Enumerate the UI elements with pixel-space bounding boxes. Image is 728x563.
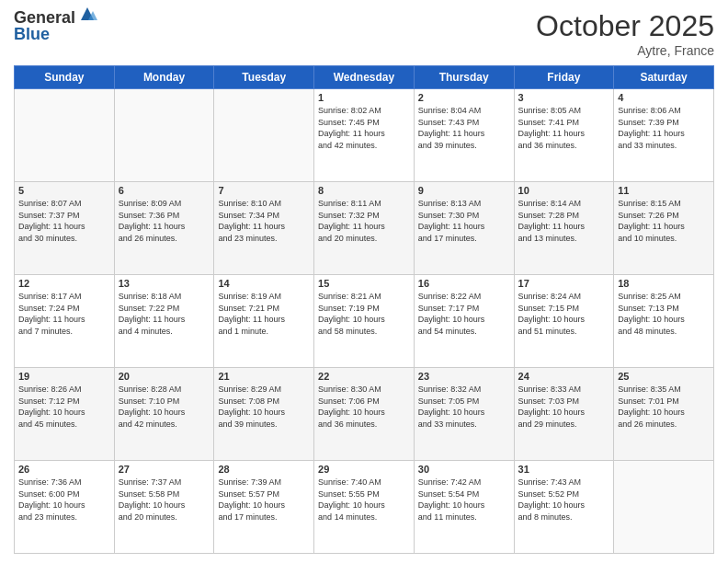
- calendar-week-1: 5Sunrise: 8:07 AM Sunset: 7:37 PM Daylig…: [15, 182, 714, 275]
- calendar-cell: 6Sunrise: 8:09 AM Sunset: 7:36 PM Daylig…: [114, 182, 214, 275]
- day-info: Sunrise: 8:32 AM Sunset: 7:05 PM Dayligh…: [418, 384, 510, 430]
- page: General Blue October 2025 Aytre, France …: [0, 0, 728, 563]
- calendar-cell: [614, 461, 714, 554]
- day-number: 17: [518, 278, 610, 289]
- day-info: Sunrise: 8:29 AM Sunset: 7:08 PM Dayligh…: [218, 384, 310, 430]
- logo: General Blue: [14, 9, 97, 42]
- day-number: 13: [119, 278, 210, 289]
- day-number: 15: [318, 278, 410, 289]
- calendar-cell: 9Sunrise: 8:13 AM Sunset: 7:30 PM Daylig…: [414, 182, 514, 275]
- calendar-cell: 16Sunrise: 8:22 AM Sunset: 7:17 PM Dayli…: [414, 275, 514, 368]
- calendar-cell: 14Sunrise: 8:19 AM Sunset: 7:21 PM Dayli…: [214, 275, 314, 368]
- dow-header-saturday: Saturday: [614, 66, 714, 89]
- day-number: 14: [218, 278, 310, 289]
- calendar-cell: 11Sunrise: 8:15 AM Sunset: 7:26 PM Dayli…: [614, 182, 714, 275]
- calendar-cell: 24Sunrise: 8:33 AM Sunset: 7:03 PM Dayli…: [514, 368, 614, 461]
- day-number: 25: [618, 371, 710, 382]
- logo-text: General Blue: [14, 9, 97, 42]
- dow-header-monday: Monday: [114, 66, 214, 89]
- calendar-week-2: 12Sunrise: 8:17 AM Sunset: 7:24 PM Dayli…: [15, 275, 714, 368]
- calendar-cell: 31Sunrise: 7:43 AM Sunset: 5:52 PM Dayli…: [514, 461, 614, 554]
- day-info: Sunrise: 8:35 AM Sunset: 7:01 PM Dayligh…: [618, 384, 710, 430]
- calendar-cell: 4Sunrise: 8:06 AM Sunset: 7:39 PM Daylig…: [614, 89, 714, 182]
- day-info: Sunrise: 8:17 AM Sunset: 7:24 PM Dayligh…: [18, 291, 110, 337]
- day-info: Sunrise: 8:04 AM Sunset: 7:43 PM Dayligh…: [418, 105, 510, 151]
- day-number: 11: [618, 185, 710, 196]
- day-info: Sunrise: 8:24 AM Sunset: 7:15 PM Dayligh…: [518, 291, 610, 337]
- calendar-cell: 29Sunrise: 7:40 AM Sunset: 5:55 PM Dayli…: [314, 461, 415, 554]
- dow-header-wednesday: Wednesday: [314, 66, 415, 89]
- calendar-cell: 28Sunrise: 7:39 AM Sunset: 5:57 PM Dayli…: [214, 461, 314, 554]
- day-number: 1: [318, 92, 410, 103]
- day-info: Sunrise: 8:33 AM Sunset: 7:03 PM Dayligh…: [518, 384, 610, 430]
- calendar-cell: 7Sunrise: 8:10 AM Sunset: 7:34 PM Daylig…: [214, 182, 314, 275]
- dow-header-tuesday: Tuesday: [214, 66, 314, 89]
- day-number: 21: [218, 371, 310, 382]
- day-number: 27: [119, 464, 210, 475]
- day-info: Sunrise: 7:37 AM Sunset: 5:58 PM Dayligh…: [119, 477, 210, 523]
- dow-header-thursday: Thursday: [414, 66, 514, 89]
- calendar-cell: 19Sunrise: 8:26 AM Sunset: 7:12 PM Dayli…: [15, 368, 115, 461]
- day-info: Sunrise: 8:05 AM Sunset: 7:41 PM Dayligh…: [518, 105, 610, 151]
- calendar-cell: 21Sunrise: 8:29 AM Sunset: 7:08 PM Dayli…: [214, 368, 314, 461]
- day-number: 31: [518, 464, 610, 475]
- month-title: October 2025: [536, 9, 714, 43]
- location: Aytre, France: [536, 43, 714, 58]
- day-number: 3: [518, 92, 610, 103]
- calendar-week-4: 26Sunrise: 7:36 AM Sunset: 6:00 PM Dayli…: [15, 461, 714, 554]
- calendar-cell: 8Sunrise: 8:11 AM Sunset: 7:32 PM Daylig…: [314, 182, 415, 275]
- day-info: Sunrise: 8:30 AM Sunset: 7:06 PM Dayligh…: [318, 384, 410, 430]
- calendar-table: SundayMondayTuesdayWednesdayThursdayFrid…: [14, 65, 714, 554]
- day-info: Sunrise: 7:42 AM Sunset: 5:54 PM Dayligh…: [418, 477, 510, 523]
- day-number: 4: [618, 92, 710, 103]
- title-section: October 2025 Aytre, France: [536, 9, 714, 58]
- calendar-cell: 23Sunrise: 8:32 AM Sunset: 7:05 PM Dayli…: [414, 368, 514, 461]
- calendar-week-0: 1Sunrise: 8:02 AM Sunset: 7:45 PM Daylig…: [15, 89, 714, 182]
- calendar-cell: 20Sunrise: 8:28 AM Sunset: 7:10 PM Dayli…: [114, 368, 214, 461]
- day-info: Sunrise: 8:11 AM Sunset: 7:32 PM Dayligh…: [318, 198, 410, 244]
- day-info: Sunrise: 8:19 AM Sunset: 7:21 PM Dayligh…: [218, 291, 310, 337]
- logo-general: General: [14, 9, 75, 26]
- day-number: 26: [18, 464, 110, 475]
- calendar-cell: 25Sunrise: 8:35 AM Sunset: 7:01 PM Dayli…: [614, 368, 714, 461]
- day-info: Sunrise: 8:28 AM Sunset: 7:10 PM Dayligh…: [119, 384, 210, 430]
- calendar-cell: 3Sunrise: 8:05 AM Sunset: 7:41 PM Daylig…: [514, 89, 614, 182]
- day-number: 24: [518, 371, 610, 382]
- day-number: 18: [618, 278, 710, 289]
- calendar-cell: 26Sunrise: 7:36 AM Sunset: 6:00 PM Dayli…: [15, 461, 115, 554]
- day-of-week-row: SundayMondayTuesdayWednesdayThursdayFrid…: [15, 66, 714, 89]
- header: General Blue October 2025 Aytre, France: [14, 9, 714, 58]
- day-number: 20: [119, 371, 210, 382]
- day-info: Sunrise: 8:15 AM Sunset: 7:26 PM Dayligh…: [618, 198, 710, 244]
- day-info: Sunrise: 8:10 AM Sunset: 7:34 PM Dayligh…: [218, 198, 310, 244]
- day-number: 29: [318, 464, 410, 475]
- calendar-cell: [15, 89, 115, 182]
- calendar-week-3: 19Sunrise: 8:26 AM Sunset: 7:12 PM Dayli…: [15, 368, 714, 461]
- dow-header-friday: Friday: [514, 66, 614, 89]
- day-info: Sunrise: 8:09 AM Sunset: 7:36 PM Dayligh…: [119, 198, 210, 244]
- calendar-cell: 22Sunrise: 8:30 AM Sunset: 7:06 PM Dayli…: [314, 368, 415, 461]
- day-number: 12: [18, 278, 110, 289]
- day-info: Sunrise: 8:07 AM Sunset: 7:37 PM Dayligh…: [18, 198, 110, 244]
- day-info: Sunrise: 7:43 AM Sunset: 5:52 PM Dayligh…: [518, 477, 610, 523]
- day-info: Sunrise: 8:06 AM Sunset: 7:39 PM Dayligh…: [618, 105, 710, 151]
- day-number: 2: [418, 92, 510, 103]
- day-number: 8: [318, 185, 410, 196]
- calendar-cell: 10Sunrise: 8:14 AM Sunset: 7:28 PM Dayli…: [514, 182, 614, 275]
- calendar-cell: 2Sunrise: 8:04 AM Sunset: 7:43 PM Daylig…: [414, 89, 514, 182]
- calendar-cell: [214, 89, 314, 182]
- day-info: Sunrise: 8:25 AM Sunset: 7:13 PM Dayligh…: [618, 291, 710, 337]
- day-info: Sunrise: 8:21 AM Sunset: 7:19 PM Dayligh…: [318, 291, 410, 337]
- day-number: 7: [218, 185, 310, 196]
- day-number: 9: [418, 185, 510, 196]
- day-number: 28: [218, 464, 310, 475]
- day-info: Sunrise: 8:13 AM Sunset: 7:30 PM Dayligh…: [418, 198, 510, 244]
- day-info: Sunrise: 7:36 AM Sunset: 6:00 PM Dayligh…: [18, 477, 110, 523]
- day-number: 30: [418, 464, 510, 475]
- day-number: 6: [119, 185, 210, 196]
- dow-header-sunday: Sunday: [15, 66, 115, 89]
- logo-icon: [77, 4, 97, 24]
- day-info: Sunrise: 8:22 AM Sunset: 7:17 PM Dayligh…: [418, 291, 510, 337]
- day-number: 22: [318, 371, 410, 382]
- day-info: Sunrise: 8:14 AM Sunset: 7:28 PM Dayligh…: [518, 198, 610, 244]
